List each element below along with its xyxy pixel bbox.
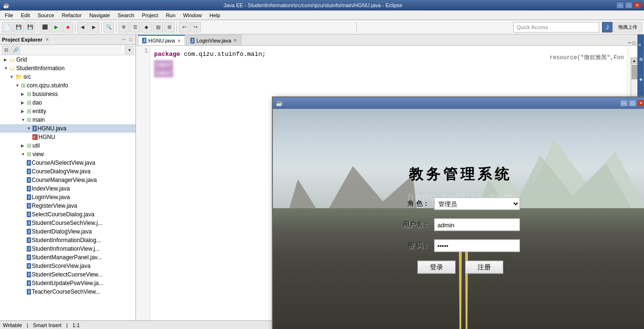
menu-help[interactable]: Help	[207, 11, 223, 19]
register-btn[interactable]: 注册	[465, 261, 503, 274]
upload-btn[interactable]: 拖拽上传	[613, 22, 642, 32]
tree-src[interactable]: ▼ 📁 src	[0, 73, 135, 81]
tree-main[interactable]: ▼ ⊞ main	[0, 116, 135, 124]
java-icon-16: J	[27, 289, 31, 295]
login-btn[interactable]: 登录	[417, 261, 456, 274]
tree-bussiness[interactable]: ▶ ⊞ bussiness	[0, 90, 135, 98]
menu-edit[interactable]: Edit	[18, 11, 33, 19]
menu-project[interactable]: Project	[139, 11, 161, 19]
tb-extra-3[interactable]: ◆	[141, 22, 152, 32]
tree-studentupdatepsw[interactable]: J StudentUpdatePswView.ja...	[0, 279, 135, 287]
tb-extra-1[interactable]: ⚙	[118, 22, 129, 32]
dialog-maximize-btn[interactable]: □	[629, 100, 636, 106]
btn-row: 登录 注册	[417, 261, 503, 274]
menu-search[interactable]: Search	[115, 11, 137, 19]
tree-loginview[interactable]: J LoginView.java	[0, 193, 135, 202]
minimize-btn[interactable]: ─	[616, 2, 624, 9]
tree-view[interactable]: ▼ ⊞ view	[0, 150, 135, 159]
tree-package-root[interactable]: ▼ ⊞ com.qizu.stuinfo	[0, 81, 135, 90]
tab-loginview-close[interactable]: ✕	[233, 38, 237, 43]
right-panel-btn-1[interactable]: ≡	[638, 35, 643, 54]
menu-bar: File Edit Source Refactor Navigate Searc…	[0, 11, 644, 20]
tab-hgnu-close[interactable]: ✕	[177, 38, 181, 43]
tb-extra-4[interactable]: ▤	[153, 22, 163, 32]
debug-btn[interactable]: ⬛	[40, 22, 50, 32]
tab-maximize-btn[interactable]: □	[633, 40, 635, 45]
next-btn[interactable]: ▶	[89, 22, 99, 32]
view-expand-icon: ▼	[21, 152, 26, 157]
link-editor-btn[interactable]: 🔗	[11, 46, 20, 54]
menu-file[interactable]: File	[2, 11, 16, 19]
right-panel-btn-2[interactable]: ⊞	[638, 55, 643, 74]
tree-studentcoursesech[interactable]: J StudentCourseSechView.j...	[0, 219, 135, 227]
search-btn[interactable]: 🔍	[104, 22, 114, 32]
tb-extra-7[interactable]: ↪	[190, 22, 201, 32]
role-row: 角 色： 管理员 教师 学生	[370, 198, 551, 210]
java-icon-12: J	[27, 255, 31, 260]
tb-extra-6[interactable]: ↩	[179, 22, 189, 32]
tree-studentmanager[interactable]: J StudentManagerPanel.jav...	[0, 253, 135, 262]
tree-grid-label: Grid	[16, 56, 27, 63]
maximize-btn[interactable]: □	[625, 2, 633, 9]
tree-hgnu-class[interactable]: C HGNU	[0, 133, 135, 141]
main-expand-icon: ▼	[21, 117, 26, 122]
tree-studentscore[interactable]: J StudentScoreView.java	[0, 262, 135, 270]
tree-indexview[interactable]: J IndexView.java	[0, 184, 135, 193]
username-input[interactable]	[434, 219, 520, 231]
scroll-thumb[interactable]	[632, 65, 637, 79]
close-btn[interactable]: ✕	[634, 2, 641, 9]
tab-hgnu[interactable]: J HGNU.java ✕	[138, 35, 185, 45]
jee-btn[interactable]: J	[602, 22, 613, 32]
menu-navigate[interactable]: Navigate	[86, 11, 113, 19]
dialog-title-controls: ─ □ ✕	[620, 100, 644, 106]
menu-window[interactable]: Window	[180, 11, 205, 19]
menu-refactor[interactable]: Refactor	[59, 11, 85, 19]
tree-studentselectcuorse[interactable]: J StudentSelectCuorseView...	[0, 270, 135, 279]
tab-minimize-btn[interactable]: ─	[628, 40, 632, 45]
dialog-minimize-btn[interactable]: ─	[620, 100, 628, 106]
prev-btn[interactable]: ◀	[77, 22, 88, 32]
util-expand-icon: ▶	[21, 143, 26, 148]
tree-registerview[interactable]: J RegisterView.java	[0, 202, 135, 210]
tree-teachercoursesech[interactable]: J TeacherCourseSechView...	[0, 287, 135, 296]
role-select[interactable]: 管理员 教师 学生	[434, 198, 520, 210]
save-btn[interactable]: 💾	[13, 22, 24, 32]
dialog-icon: ☕	[276, 100, 283, 106]
view-menu-btn[interactable]: ▾	[125, 46, 134, 54]
tree-coursedialog[interactable]: J CourseDialogView.java	[0, 167, 135, 176]
tab-loginview[interactable]: J LoginView.java ✕	[186, 35, 241, 45]
new-file-btn[interactable]: 📄	[2, 22, 12, 32]
toolbar: 📄 💾 💾 ⬛ ▶ ■ ◀ ▶ 🔍 ⚙ ☰ ◆ ▤ ⊞ ↩ ↪ Quick Ac…	[0, 20, 644, 34]
password-input[interactable]	[434, 240, 520, 252]
tree-coursemanager[interactable]: J CourseManagerView.java	[0, 176, 135, 184]
minimize-panel-btn[interactable]: ─	[121, 36, 127, 42]
tab-loginview-label: LoginView.java	[197, 38, 231, 43]
dialog-close-btn[interactable]: ✕	[637, 100, 644, 106]
tree-dao[interactable]: ▶ ⊞ dao	[0, 98, 135, 107]
main-package-icon: ⊞	[27, 117, 31, 123]
tb-extra-2[interactable]: ☰	[130, 22, 140, 32]
tree-grid[interactable]: ▶ 🗂 Grid	[0, 55, 135, 64]
menu-source[interactable]: Source	[35, 11, 57, 19]
menu-run[interactable]: Run	[163, 11, 178, 19]
tree-studentdialog[interactable]: J StudentDialogView.java	[0, 227, 135, 236]
scroll-up-btn[interactable]: ▲	[631, 57, 637, 64]
tree-studentinfromation[interactable]: J StudentInfromationView.j...	[0, 244, 135, 253]
tab-java-icon: J	[142, 38, 146, 43]
tree-util[interactable]: ▶ ⊞ util	[0, 141, 135, 150]
tree-entity[interactable]: ▶ ⊞ entity	[0, 107, 135, 116]
tree-studentinfodialog[interactable]: J StudentInformationDialog...	[0, 236, 135, 244]
stop-btn[interactable]: ■	[62, 22, 73, 32]
tree-hgnu-java[interactable]: ▼ J HGNU.java	[0, 124, 135, 133]
right-panel-btn-3[interactable]: ◈	[638, 75, 643, 95]
tree-bussiness-label: bussiness	[32, 91, 58, 97]
maximize-panel-btn[interactable]: □	[128, 36, 134, 42]
collapse-all-btn[interactable]: ⊟	[2, 46, 10, 54]
tree-coursealselect[interactable]: J CourseAlSelectView.java	[0, 159, 135, 167]
tree-studentinfo[interactable]: ▼ 🗂 StudentInformation	[0, 64, 135, 73]
tree-selectcourse[interactable]: J SelectCourseDialog.java	[0, 210, 135, 219]
quick-access-field[interactable]: Quick Access	[513, 22, 599, 32]
save-all-btn[interactable]: 💾	[25, 22, 35, 32]
tb-extra-5[interactable]: ⊞	[164, 22, 175, 32]
run-btn[interactable]: ▶	[51, 22, 62, 32]
